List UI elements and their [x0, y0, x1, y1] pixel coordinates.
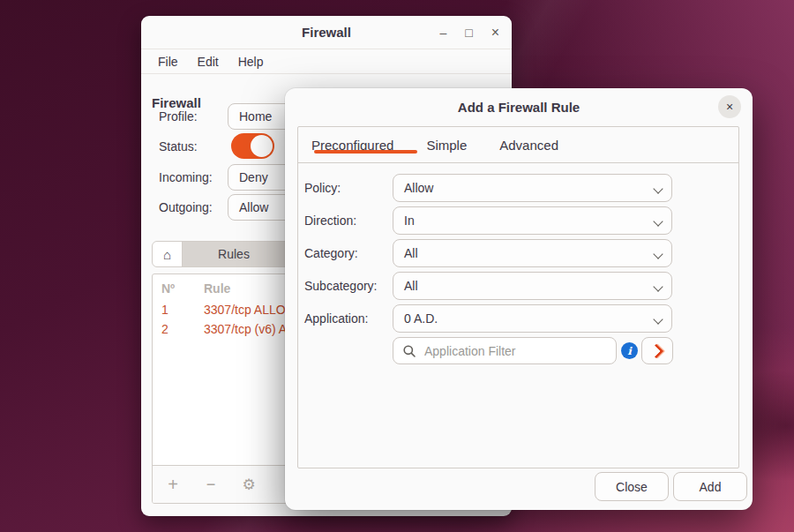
application-filter-input[interactable]	[423, 343, 585, 359]
filter-go-button[interactable]	[641, 337, 673, 364]
menubar: File Edit Help	[141, 49, 512, 74]
menu-file[interactable]: File	[148, 52, 188, 71]
dialog-title: Add a Firewall Rule	[285, 88, 753, 126]
info-icon[interactable]: i	[621, 342, 638, 359]
outgoing-value: Allow	[239, 200, 268, 214]
menu-help[interactable]: Help	[228, 52, 273, 71]
maximize-icon[interactable]: □	[465, 26, 472, 39]
rules-tab-label: Rules	[218, 247, 250, 261]
application-dropdown[interactable]: 0 A.D.	[393, 304, 672, 333]
col-number-header: Nº	[153, 281, 204, 296]
status-toggle[interactable]	[231, 133, 274, 159]
tab-simple[interactable]: Simple	[426, 138, 467, 153]
desktop-wallpaper: Firewall – □ × File Edit Help Firewall P…	[0, 0, 794, 532]
tab-advanced[interactable]: Advanced	[499, 138, 558, 153]
tab-rules[interactable]: Rules	[183, 242, 285, 266]
dialog-titlebar[interactable]: Add a Firewall Rule ×	[285, 88, 753, 126]
category-label: Category:	[304, 239, 358, 267]
chevron-down-icon	[653, 314, 663, 324]
subcategory-label: Subcategory:	[304, 272, 378, 300]
direction-value: In	[404, 214, 415, 228]
info-letter: i	[627, 345, 632, 357]
tab-preconfigured[interactable]: Preconfigured	[311, 138, 393, 153]
profile-value: Home	[239, 109, 272, 124]
incoming-value: Deny	[239, 170, 268, 184]
close-button[interactable]: Close	[595, 472, 669, 501]
status-label: Status:	[159, 133, 229, 160]
add-rule-button[interactable]: +	[166, 475, 180, 495]
dialog-close-button[interactable]: ×	[718, 95, 741, 118]
search-icon	[402, 344, 416, 358]
direction-label: Direction:	[304, 206, 356, 235]
direction-dropdown[interactable]: In	[393, 206, 672, 235]
application-label: Application:	[304, 304, 368, 333]
application-filter-field[interactable]	[393, 337, 617, 364]
rule-number: 1	[153, 303, 204, 317]
category-value: All	[404, 246, 418, 260]
rule-number: 2	[153, 322, 204, 336]
menu-edit[interactable]: Edit	[188, 52, 228, 71]
add-button-label: Add	[700, 480, 722, 494]
active-tab-underline	[314, 150, 417, 154]
close-icon[interactable]: ×	[491, 26, 499, 40]
home-tab-button[interactable]: ⌂	[153, 242, 183, 266]
chevron-right-icon	[648, 343, 663, 358]
profile-label: Profile:	[159, 103, 229, 130]
dialog-tabbar: Preconfigured Simple Advanced	[298, 127, 738, 163]
firewall-titlebar[interactable]: Firewall – □ ×	[141, 16, 512, 49]
toggle-knob-icon	[251, 135, 273, 157]
minimize-icon[interactable]: –	[439, 26, 446, 39]
tab-simple-label: Simple	[426, 138, 467, 153]
chevron-down-icon	[653, 184, 663, 193]
window-controls: – □ ×	[439, 16, 499, 49]
add-rule-dialog: Add a Firewall Rule × Preconfigured Simp…	[285, 88, 753, 510]
chevron-down-icon	[653, 249, 663, 259]
category-dropdown[interactable]: All	[393, 239, 672, 267]
application-value: 0 A.D.	[404, 311, 438, 326]
chevron-down-icon	[653, 216, 663, 226]
home-icon: ⌂	[163, 247, 171, 262]
subcategory-value: All	[404, 279, 418, 293]
policy-dropdown[interactable]: Allow	[393, 174, 672, 202]
remove-rule-button[interactable]: −	[204, 476, 218, 494]
close-button-label: Close	[616, 480, 648, 494]
policy-value: Allow	[404, 181, 433, 195]
edit-rule-gear-button[interactable]: ⚙	[242, 476, 256, 494]
tab-advanced-label: Advanced	[499, 138, 558, 153]
subcategory-dropdown[interactable]: All	[393, 272, 672, 300]
incoming-label: Incoming:	[159, 164, 229, 191]
policy-label: Policy:	[304, 174, 341, 202]
add-button[interactable]: Add	[673, 472, 747, 501]
chevron-down-icon	[653, 281, 663, 291]
outgoing-label: Outgoing:	[159, 194, 229, 221]
dialog-buttons: Close Add	[595, 472, 747, 501]
close-icon: ×	[726, 100, 733, 114]
